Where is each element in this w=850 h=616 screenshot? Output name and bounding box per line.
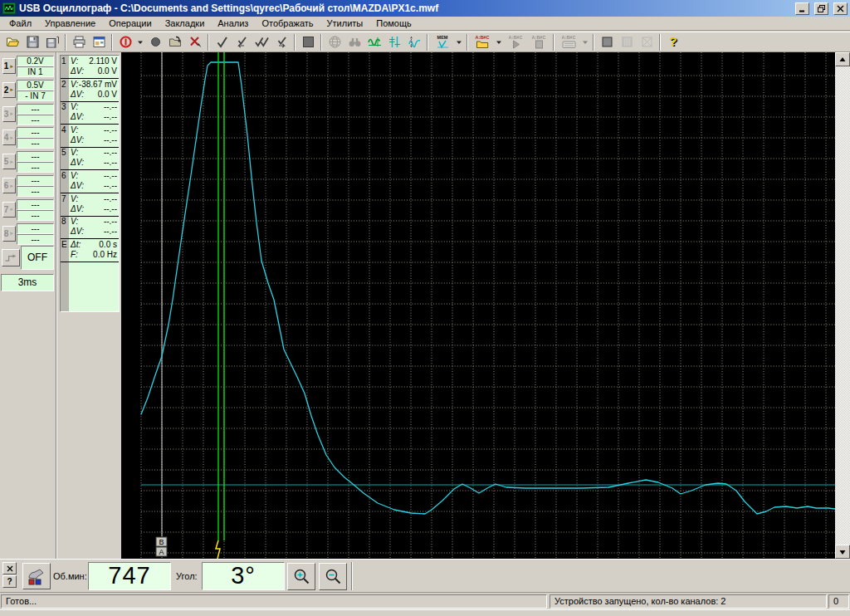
- channel-4-button[interactable]: 4►: [2, 130, 16, 145]
- channel-input-field[interactable]: - IN 7: [17, 90, 54, 101]
- channel-3-button[interactable]: 3►: [2, 106, 16, 122]
- oscilloscope-plot[interactable]: BA: [121, 52, 835, 559]
- view-dither-button: [617, 32, 637, 51]
- channel-input-field[interactable]: ---: [17, 234, 54, 245]
- rpm-label: Об.мин:: [53, 571, 87, 581]
- dropdown-icon: [582, 35, 589, 49]
- channel-arrow-icon: ►: [9, 135, 14, 140]
- abc-edit-options-button: [580, 32, 590, 51]
- check-double-icon: [255, 35, 269, 49]
- marker-set-button[interactable]: [212, 32, 232, 51]
- arrow-down-icon: [839, 549, 846, 555]
- channel-5-button[interactable]: 5►: [2, 154, 16, 169]
- trigger-button[interactable]: [2, 249, 20, 266]
- trigger-edge-icon: [4, 253, 17, 263]
- measurement-channel-id: 7: [61, 194, 69, 203]
- scroll-up-button[interactable]: [835, 52, 850, 66]
- channel-range-field[interactable]: ---: [17, 223, 54, 234]
- channel-1-button[interactable]: 1►: [2, 58, 16, 74]
- help-button[interactable]: ??: [663, 32, 683, 51]
- plot-vertical-scrollbar[interactable]: [835, 52, 850, 559]
- svg-text:?: ?: [669, 35, 677, 48]
- channel-7-button[interactable]: 7►: [2, 202, 16, 218]
- channel-range-field[interactable]: ---: [17, 199, 54, 210]
- timebase-field[interactable]: 3ms: [1, 274, 54, 291]
- restore-button[interactable]: [814, 2, 828, 15]
- signal-params-button[interactable]: [404, 32, 424, 51]
- start-stop-options-button[interactable]: [135, 32, 145, 51]
- scroll-down-button[interactable]: [835, 545, 850, 559]
- channel-range-field[interactable]: 0.5V: [17, 80, 54, 90]
- abc-open-options-button[interactable]: [494, 32, 504, 51]
- channel-range-field[interactable]: ---: [17, 127, 54, 138]
- channel-2-button[interactable]: 2►: [2, 82, 16, 98]
- folder-open-icon: [6, 35, 20, 49]
- channel-input-field[interactable]: IN 1: [17, 66, 54, 77]
- measurement-label: ΔV:: [71, 204, 84, 215]
- channel-range-field[interactable]: ---: [17, 175, 54, 186]
- view-cross-button: [637, 32, 657, 51]
- trigger-state-field[interactable]: OFF: [21, 246, 54, 270]
- measurement-value: --.--: [104, 204, 117, 215]
- save-file-button[interactable]: [22, 32, 42, 51]
- cursor-label-B: B: [159, 538, 164, 546]
- status-ready: Готов...: [1, 594, 547, 609]
- minimize-button[interactable]: [795, 2, 809, 15]
- marker-next-button[interactable]: [271, 32, 291, 51]
- dropdown-icon: [137, 35, 144, 49]
- channel-3-settings: ------: [17, 104, 54, 125]
- angle-display: 3°: [202, 562, 285, 590]
- zoom-out-button[interactable]: [319, 563, 347, 590]
- main-toolbar: MEMA:B#CA:B#CA:B#CA:B#C??: [0, 32, 850, 52]
- autoscale-button[interactable]: [364, 32, 384, 51]
- view-solid-button[interactable]: [597, 32, 617, 51]
- channel-input-field[interactable]: ---: [17, 186, 54, 197]
- close-button[interactable]: [833, 2, 848, 15]
- menu-item[interactable]: Файл: [2, 17, 38, 30]
- erase-frames-button[interactable]: [185, 32, 205, 51]
- blank-screen-button[interactable]: [298, 32, 318, 51]
- menu-item[interactable]: Отображать: [255, 17, 320, 30]
- open-file-button[interactable]: [2, 32, 22, 51]
- channel-range-field[interactable]: ---: [17, 104, 54, 115]
- square-dark-icon: [301, 35, 315, 49]
- wave-green-icon: [368, 35, 382, 49]
- menu-item[interactable]: Помощь: [369, 17, 418, 30]
- measure-cursors-button[interactable]: [384, 32, 404, 51]
- abc-open-button[interactable]: A:B#C: [471, 32, 494, 51]
- menu-item[interactable]: Утилиты: [320, 17, 370, 30]
- menu-item[interactable]: Анализ: [211, 17, 255, 30]
- print-preview-button[interactable]: [89, 32, 109, 51]
- preview-icon: [92, 35, 106, 49]
- channel-input-field[interactable]: ---: [17, 138, 54, 149]
- keyboard-icon: [562, 40, 576, 49]
- channel-input-field[interactable]: ---: [17, 210, 54, 221]
- toolbar-separator: [65, 34, 66, 51]
- record-frame-button[interactable]: [145, 32, 165, 51]
- channel-range-field[interactable]: ---: [17, 151, 54, 162]
- memory-options-button[interactable]: [454, 32, 464, 51]
- zoom-in-button[interactable]: [287, 563, 315, 590]
- measurement-row-ch3: 3V:--.--ΔV:--.--: [61, 101, 119, 125]
- print-button[interactable]: [69, 32, 89, 51]
- channel-range-field[interactable]: 0.2V: [17, 56, 54, 66]
- marker-prev-button[interactable]: [232, 32, 252, 51]
- channel-number: 4: [4, 133, 9, 142]
- menu-item[interactable]: Закладки: [159, 17, 212, 30]
- close-panel-button[interactable]: [2, 562, 17, 574]
- save-fragment-button[interactable]: [42, 32, 62, 51]
- channel-8-button[interactable]: 8►: [2, 226, 16, 242]
- start-stop-device-button[interactable]: [115, 32, 135, 51]
- channel-input-field[interactable]: ---: [17, 162, 54, 173]
- memory-button[interactable]: MEM: [431, 32, 454, 51]
- menu-item[interactable]: Управление: [38, 17, 102, 30]
- channel-6-button[interactable]: 6►: [2, 178, 16, 193]
- menu-item[interactable]: Операции: [102, 17, 158, 30]
- cursor-lines-icon: [388, 35, 402, 49]
- marker-all-button[interactable]: [252, 32, 271, 51]
- channel-input-field[interactable]: ---: [17, 115, 54, 125]
- panel-help-button[interactable]: ?: [2, 575, 17, 588]
- check-next-icon: [275, 35, 289, 49]
- load-frame-button[interactable]: [165, 32, 185, 51]
- sensor-button[interactable]: [22, 563, 51, 589]
